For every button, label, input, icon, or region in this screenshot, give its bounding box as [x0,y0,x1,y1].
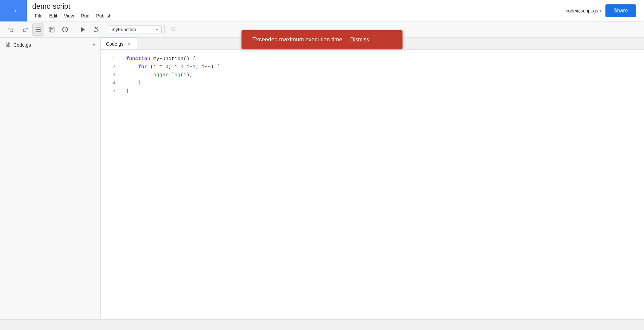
code-line-5: } [126,87,639,95]
sidebar: Code.gs ▾ [0,38,101,319]
run-button[interactable] [77,23,89,36]
toolbar-separator-3 [164,25,165,34]
code-line-4: } [126,79,639,87]
svg-point-5 [95,28,98,32]
svg-marker-4 [81,27,85,32]
status-bar [0,319,644,330]
tab-label: Code.gs [106,41,123,47]
error-banner: Exceeded maximum execution time Dismiss [241,30,402,49]
script-title: demo script [32,2,566,11]
sidebar-file-item[interactable]: Code.gs ▾ [0,38,100,52]
code-line-1: function myFunction() { [126,55,639,63]
code-content: function myFunction() { for (i = 0; i < … [121,55,644,314]
lightbulb-button[interactable] [167,23,179,36]
line-number-5: 5 [106,87,115,95]
menu-edit[interactable]: Edit [47,12,60,19]
format-button[interactable] [32,23,44,36]
user-dropdown-icon: ▾ [599,8,601,13]
line-numbers: 1 2 3 4 5 [101,55,121,314]
top-bar: → demo script File Edit View Run Publish… [0,0,644,21]
file-icon [5,42,11,48]
redo-button[interactable] [19,23,31,36]
svg-line-7 [97,27,98,28]
log-button[interactable] [59,23,71,36]
main-content: Code.gs ▾ Code.gs × 1 2 3 4 5 function m… [0,38,644,319]
svg-line-6 [94,27,95,28]
editor-area: Code.gs × 1 2 3 4 5 function myFunction(… [101,38,644,319]
code-editor[interactable]: 1 2 3 4 5 function myFunction() { for (i… [101,50,644,319]
toolbar-separator-2 [105,25,105,34]
dismiss-button[interactable]: Dismiss [350,37,369,43]
line-number-4: 4 [106,79,115,87]
user-email[interactable]: code@script.gs ▾ [566,8,602,13]
save-button[interactable] [46,23,58,36]
title-area: demo script File Edit View Run Publish [32,2,566,19]
user-email-text: code@script.gs [566,8,598,13]
menu-publish[interactable]: Publish [93,12,114,19]
code-line-3: Logger.log(i); [126,71,639,79]
sidebar-file-label: Code.gs [13,42,31,48]
svg-line-11 [98,31,99,32]
home-button[interactable]: → [0,0,27,21]
sidebar-dropdown-icon: ▾ [93,43,95,47]
home-arrow-icon: → [9,5,18,16]
tab-code-gs[interactable]: Code.gs × [101,38,137,49]
function-selector-label: myFunction [112,27,136,32]
error-message-text: Exceeded maximum execution time [252,36,342,43]
toolbar-separator-1 [74,25,74,34]
debug-button[interactable] [90,23,102,36]
share-button[interactable]: Share [605,4,636,17]
function-dropdown-icon: ▾ [156,27,158,32]
menu-file[interactable]: File [32,12,45,19]
menu-bar: File Edit View Run Publish [32,12,566,19]
line-number-3: 3 [106,71,115,79]
tab-close-icon[interactable]: × [126,41,131,47]
undo-button[interactable] [5,23,17,36]
line-number-1: 1 [106,55,115,63]
code-line-2: for (i = 0; i < i+1; i++) { [126,63,639,71]
function-selector[interactable]: myFunction ▾ [108,25,162,34]
top-bar-right: code@script.gs ▾ Share [566,4,644,17]
menu-run[interactable]: Run [78,12,92,19]
svg-line-10 [94,31,95,32]
line-number-2: 2 [106,63,115,71]
menu-view[interactable]: View [61,12,77,19]
